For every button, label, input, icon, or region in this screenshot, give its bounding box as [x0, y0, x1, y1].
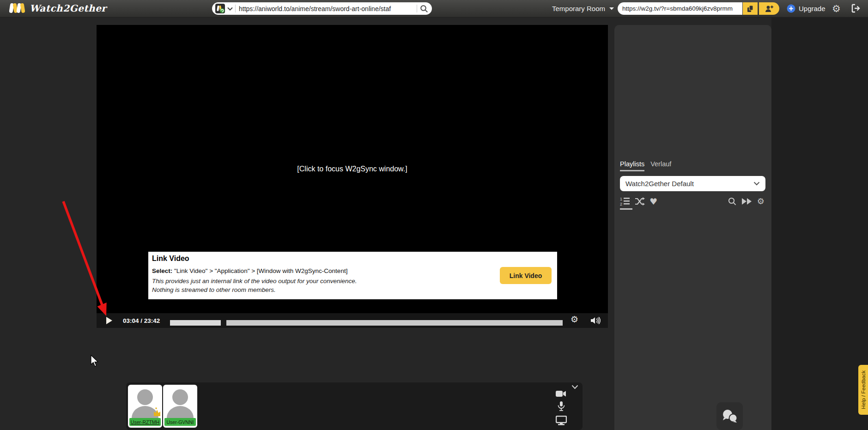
link-video-button[interactable]: Link Video	[500, 267, 552, 284]
webcam-button[interactable]	[556, 390, 567, 397]
player-settings-button[interactable]: ⚙	[571, 314, 578, 324]
focus-notice: [Click to focus W2gSync window.]	[97, 165, 608, 173]
mouse-cursor	[91, 355, 100, 368]
numbered-list-icon[interactable]: 1 2	[620, 197, 630, 206]
playlist-settings-gear-icon[interactable]: ⚙	[757, 197, 765, 206]
settings-button[interactable]: ⚙	[832, 0, 841, 17]
upgrade-plus-icon	[787, 4, 795, 13]
chevron-down-icon	[609, 7, 614, 11]
room-link-field[interactable]	[618, 2, 742, 15]
link-video-note-1: This provides just an internal link of t…	[152, 278, 357, 285]
app-logo: Watch2Gether	[9, 2, 106, 14]
room-type-label: Temporary Room	[552, 5, 605, 12]
heart-icon[interactable]: ♥	[649, 197, 657, 206]
link-video-panel: Link Video Select: "Link Video" > "Appli…	[148, 252, 557, 299]
owner-crown-icon	[152, 407, 162, 417]
room-share-controls	[618, 2, 779, 15]
playlist-tools-right: ⚙	[728, 197, 765, 206]
player-controls: 03:04 / 23:42 ⚙	[97, 313, 608, 328]
upgrade-button[interactable]: Upgrade	[787, 0, 826, 17]
copy-icon	[746, 5, 754, 13]
gear-icon: ⚙	[571, 314, 578, 324]
fast-forward-icon[interactable]	[741, 197, 753, 206]
w2gsync-logo[interactable]	[215, 4, 225, 13]
search-input[interactable]	[238, 5, 414, 13]
invite-user-icon	[765, 5, 774, 13]
top-bar: Watch2Gether Temporary Room	[0, 0, 868, 18]
svg-text:2: 2	[620, 202, 622, 206]
collapse-members-chevron[interactable]	[571, 385, 578, 389]
playlist-select[interactable]: Watch2Gether Default	[620, 176, 765, 191]
help-feedback-label: Help / Feedback	[861, 370, 866, 409]
member-card[interactable]: User-RZTMH	[128, 385, 162, 428]
svg-text:1: 1	[620, 197, 622, 201]
member-name: User-RZTMH	[129, 418, 161, 426]
link-video-title: Link Video	[152, 254, 189, 263]
leave-room-icon	[850, 3, 861, 13]
microphone-button[interactable]	[557, 401, 565, 412]
chat-bubbles-icon	[722, 409, 738, 423]
chat-column-collapsed	[771, 17, 868, 430]
divider	[235, 5, 236, 12]
tab-playlists[interactable]: Playlists	[620, 160, 644, 171]
seek-bar[interactable]	[226, 320, 563, 326]
sidebar-tabs: Playlists Verlauf	[620, 160, 671, 171]
playlist-sidebar: Playlists Verlauf Watch2Gether Default 1…	[614, 25, 771, 430]
upgrade-label: Upgrade	[799, 5, 826, 12]
leave-room-button[interactable]	[850, 3, 861, 15]
open-chat-button[interactable]	[716, 402, 743, 430]
time-display: 03:04 / 23:42	[123, 317, 160, 324]
member-cards: User-RZTMH User-GVNNI	[128, 385, 197, 428]
chevron-down-icon	[753, 182, 760, 186]
copy-room-link-button[interactable]	[743, 2, 758, 15]
progress-bar-played[interactable]	[170, 320, 221, 326]
link-video-instructions: Select: "Link Video" > "Application" > […	[152, 267, 347, 274]
members-panel: User-RZTMH User-GVNNI	[126, 382, 583, 430]
divider	[417, 5, 417, 12]
playlist-select-value: Watch2Gether Default	[625, 180, 694, 188]
select-label: Select:	[152, 267, 172, 274]
gear-icon: ⚙	[832, 4, 841, 13]
media-controls	[556, 390, 567, 425]
active-sort-underline	[620, 208, 632, 210]
avatar	[163, 385, 197, 418]
watch2gether-logo-icon	[9, 2, 26, 14]
chevron-down-icon[interactable]	[227, 7, 233, 11]
shuffle-icon[interactable]	[635, 197, 645, 206]
search-icon[interactable]	[419, 4, 429, 13]
link-video-note-2: Nothing is streamed to other room member…	[152, 286, 276, 293]
member-card[interactable]: User-GVNNI	[163, 385, 197, 428]
help-feedback-tab[interactable]: Help / Feedback	[858, 365, 868, 415]
playlist-tools-left: 1 2 ♥	[620, 197, 657, 206]
member-name: User-GVNNI	[164, 418, 196, 426]
progress-handle[interactable]	[221, 320, 226, 326]
select-path: "Link Video" > "Application" > [Window w…	[172, 267, 347, 274]
video-search-bar	[212, 2, 432, 15]
volume-button[interactable]	[590, 316, 601, 325]
app-title: Watch2Gether	[30, 3, 106, 14]
play-button[interactable]	[106, 316, 113, 325]
playlist-search-icon[interactable]	[728, 197, 737, 206]
invite-user-button[interactable]	[759, 2, 779, 15]
tab-verlauf[interactable]: Verlauf	[650, 160, 671, 171]
room-type-dropdown[interactable]: Temporary Room	[552, 0, 614, 17]
video-player[interactable]: [Click to focus W2gSync window.] Link Vi…	[97, 25, 608, 313]
screen-share-button[interactable]	[556, 416, 567, 425]
